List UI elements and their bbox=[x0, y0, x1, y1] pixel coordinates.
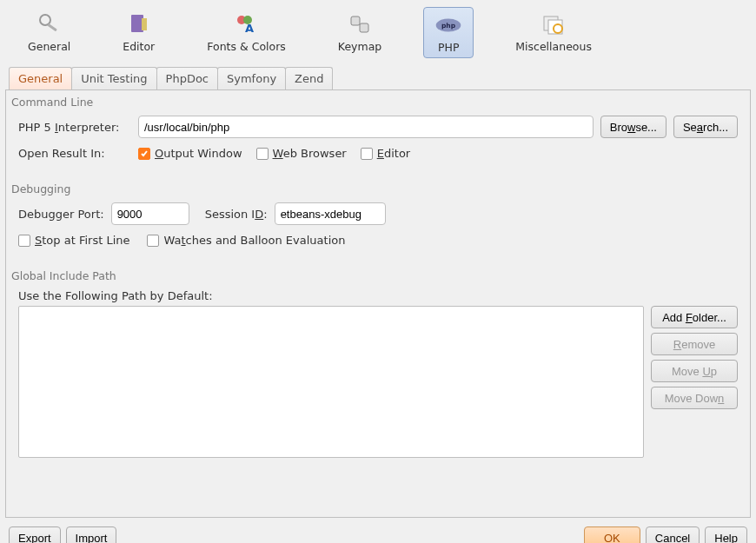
interpreter-input[interactable] bbox=[138, 116, 594, 138]
bottom-bar: Export Import OK Cancel Help bbox=[0, 523, 756, 543]
toolbar-label: Fonts & Colors bbox=[207, 40, 286, 53]
move-down-button[interactable]: Move Down bbox=[651, 387, 738, 409]
toolbar-item-general[interactable]: General bbox=[17, 7, 81, 58]
include-subtitle: Use the Following Path by Default: bbox=[18, 289, 738, 302]
tab-unit-testing[interactable]: Unit Testing bbox=[71, 67, 156, 89]
ok-button[interactable]: OK bbox=[584, 526, 640, 543]
cancel-button[interactable]: Cancel bbox=[646, 526, 700, 543]
session-id-label: Session ID: bbox=[205, 208, 268, 221]
settings-panel: Command Line PHP 5 Interpreter: Browse..… bbox=[5, 89, 751, 518]
toolbar-label: Miscellaneous bbox=[515, 40, 592, 53]
remove-button[interactable]: Remove bbox=[651, 333, 738, 355]
session-id-input[interactable] bbox=[275, 202, 386, 225]
toolbar-label: General bbox=[28, 40, 70, 53]
tab-symfony[interactable]: Symfony bbox=[217, 67, 286, 89]
svg-rect-8 bbox=[360, 23, 368, 32]
gear-wrench-icon bbox=[36, 10, 63, 38]
stop-first-line-checkbox[interactable]: Stop at First Line bbox=[18, 234, 129, 247]
group-debugging-title: Debugging bbox=[6, 177, 750, 199]
group-command-line-title: Command Line bbox=[6, 90, 750, 112]
toolbar-item-keymap[interactable]: Keymap bbox=[328, 7, 392, 58]
export-button[interactable]: Export bbox=[9, 526, 61, 543]
import-button[interactable]: Import bbox=[66, 526, 117, 543]
fonts-colors-icon: A bbox=[233, 10, 261, 38]
svg-rect-3 bbox=[142, 18, 147, 30]
svg-text:php: php bbox=[441, 22, 456, 30]
editor-checkbox[interactable]: Editor bbox=[361, 147, 410, 160]
toolbar-item-fonts[interactable]: A Fonts & Colors bbox=[196, 7, 296, 58]
main-toolbar: General Editor A Fonts & Colors Keymap p… bbox=[0, 0, 756, 62]
sub-tabs: General Unit Testing PhpDoc Symfony Zend bbox=[0, 62, 756, 89]
add-folder-button[interactable]: Add Folder... bbox=[651, 306, 738, 328]
editor-icon bbox=[125, 10, 153, 38]
svg-point-0 bbox=[40, 15, 50, 25]
output-window-checkbox[interactable]: Output Window bbox=[138, 147, 242, 160]
misc-icon bbox=[540, 10, 567, 38]
toolbar-item-editor[interactable]: Editor bbox=[112, 7, 165, 58]
move-up-button[interactable]: Move Up bbox=[651, 360, 738, 382]
interpreter-label: PHP 5 Interpreter: bbox=[18, 121, 131, 134]
tab-phpdoc[interactable]: PhpDoc bbox=[156, 67, 218, 89]
debugger-port-input[interactable] bbox=[111, 202, 189, 225]
toolbar-item-php[interactable]: php PHP bbox=[423, 7, 474, 58]
svg-rect-1 bbox=[47, 23, 57, 31]
toolbar-label: PHP bbox=[438, 41, 459, 54]
watches-checkbox[interactable]: Watches and Balloon Evaluation bbox=[147, 234, 345, 247]
tab-general[interactable]: General bbox=[9, 67, 72, 89]
search-button[interactable]: Search... bbox=[673, 116, 738, 138]
debugger-port-label: Debugger Port: bbox=[18, 208, 104, 221]
php-icon: php bbox=[434, 11, 462, 39]
toolbar-label: Keymap bbox=[338, 40, 381, 53]
help-button[interactable]: Help bbox=[705, 526, 747, 543]
svg-text:A: A bbox=[245, 22, 254, 35]
svg-rect-7 bbox=[351, 17, 360, 25]
tab-zend[interactable]: Zend bbox=[285, 67, 333, 89]
toolbar-label: Editor bbox=[123, 40, 155, 53]
include-path-list[interactable] bbox=[18, 306, 644, 458]
open-result-label: Open Result In: bbox=[18, 147, 131, 160]
keymap-icon bbox=[346, 10, 374, 38]
web-browser-checkbox[interactable]: Web Browser bbox=[256, 147, 347, 160]
group-include-title: Global Include Path bbox=[6, 264, 750, 286]
svg-rect-2 bbox=[131, 15, 143, 32]
toolbar-item-misc[interactable]: Miscellaneous bbox=[505, 7, 602, 58]
browse-button[interactable]: Browse... bbox=[600, 116, 666, 138]
